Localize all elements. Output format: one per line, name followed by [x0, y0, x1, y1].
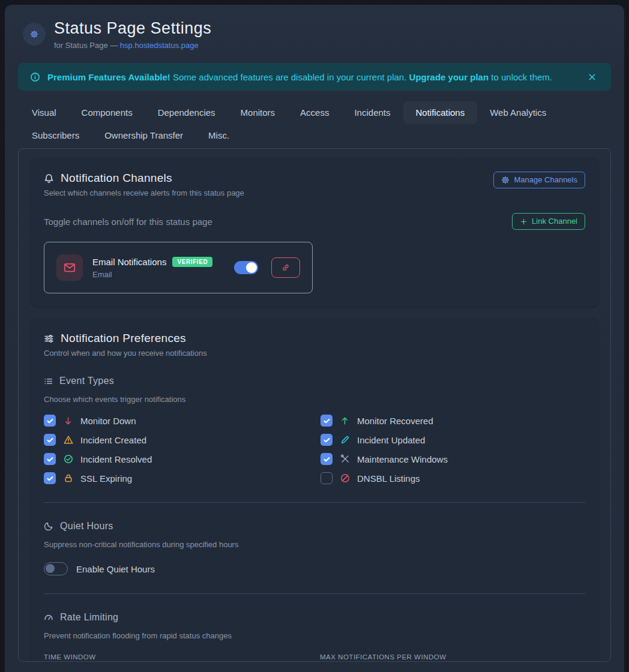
link-icon: [281, 263, 290, 272]
envelope-icon: [64, 262, 76, 274]
checkbox-dnsbl-listings[interactable]: [321, 472, 333, 484]
event-item: SSL Expiring: [44, 472, 308, 484]
event-types-grid: Monitor DownIncident CreatedIncident Res…: [44, 415, 585, 484]
settings-tabs: VisualComponentsDependenciesMonitorsAcce…: [18, 101, 611, 147]
gear-icon: [501, 176, 510, 184]
quiet-hours-toggle-label: Enable Quiet Hours: [76, 564, 155, 574]
tab-visual[interactable]: Visual: [19, 101, 69, 124]
event-label: Maintenance Windows: [357, 454, 448, 464]
prohibited-icon: [340, 473, 350, 483]
preferences-title: Notification Preferences: [61, 332, 186, 345]
channels-heading-block: Notification Channels Select which chann…: [44, 172, 244, 197]
quiet-hours-heading: Quiet Hours: [44, 521, 585, 532]
bell-icon: [44, 173, 54, 184]
status-page-domain-link[interactable]: hsp.hostedstatus.page: [120, 41, 199, 50]
event-item: Monitor Recovered: [321, 415, 585, 427]
tab-dependencies[interactable]: Dependencies: [145, 101, 228, 124]
event-item: Monitor Down: [44, 415, 308, 427]
page-subtitle-prefix: for Status Page —: [54, 41, 120, 50]
link-channel-label: Link Channel: [532, 217, 577, 226]
checkbox-ssl-expiring[interactable]: [44, 472, 56, 484]
channels-title: Notification Channels: [61, 172, 172, 185]
event-label: Monitor Recovered: [357, 416, 433, 426]
quiet-hours-toggle[interactable]: [44, 562, 68, 575]
warning-icon: [63, 435, 73, 445]
premium-banner-suffix: to unlock them.: [491, 72, 552, 82]
channel-type: Email: [92, 270, 224, 279]
status-page-settings-panel: Status Page Settings for Status Page — h…: [5, 5, 624, 672]
email-channel-card: Email Notifications VERIFIED Email: [44, 242, 313, 293]
email-channel-tile: [56, 254, 83, 281]
tab-subscribers[interactable]: Subscribers: [19, 124, 92, 147]
gear-icon: [30, 30, 38, 38]
link-channel-button[interactable]: Link Channel: [512, 213, 585, 230]
checkbox-incident-created[interactable]: [44, 434, 56, 446]
quiet-hours-title: Quiet Hours: [60, 521, 113, 532]
manage-channels-label: Manage Channels: [514, 176, 577, 184]
email-channel-info: Email Notifications VERIFIED Email: [92, 257, 224, 279]
divider: [44, 593, 585, 594]
tab-notifications[interactable]: Notifications: [403, 101, 478, 124]
event-label: Monitor Down: [80, 416, 136, 426]
manage-channels-button[interactable]: Manage Channels: [493, 172, 585, 188]
tab-monitors[interactable]: Monitors: [228, 101, 288, 124]
quiet-hours-subtitle: Suppress non-critical notifications duri…: [44, 540, 585, 549]
event-label: SSL Expiring: [80, 473, 132, 484]
moon-icon: [44, 521, 53, 531]
arrow-up-icon: [340, 416, 350, 425]
close-x-glyph: [588, 73, 597, 82]
event-label: DNSBL Listings: [357, 473, 420, 484]
event-types-title: Event Types: [59, 376, 114, 386]
notifications-tab-content: Notification Channels Select which chann…: [18, 148, 611, 662]
divider: [44, 502, 585, 503]
event-item: DNSBL Listings: [321, 472, 585, 484]
channels-toggle-hint: Toggle channels on/off for this status p…: [44, 217, 212, 227]
lock-icon: [63, 473, 73, 483]
premium-banner: Premium Features Available! Some advance…: [18, 63, 611, 91]
premium-banner-body: Some advanced features are disabled in y…: [173, 72, 406, 82]
event-label: Incident Resolved: [80, 454, 152, 464]
plus-icon: [520, 218, 528, 226]
checkbox-maintenance-windows[interactable]: [321, 453, 333, 465]
rate-limiting-heading: Rate Limiting: [44, 612, 585, 623]
premium-banner-title: Premium Features Available!: [47, 72, 170, 82]
checkbox-monitor-recovered[interactable]: [321, 415, 333, 427]
event-label: Incident Updated: [357, 435, 425, 445]
premium-banner-text: Premium Features Available! Some advance…: [47, 72, 552, 82]
page-header-text: Status Page Settings for Status Page — h…: [54, 19, 211, 50]
checkbox-incident-updated[interactable]: [321, 434, 333, 446]
tab-incidents[interactable]: Incidents: [342, 101, 403, 124]
toggle-knob: [246, 262, 257, 273]
page-subtitle: for Status Page — hsp.hostedstatus.page: [54, 41, 211, 50]
channels-subtitle: Select which channels receive alerts fro…: [44, 188, 244, 197]
channel-name: Email Notifications: [92, 257, 166, 267]
upgrade-plan-link[interactable]: Upgrade your plan: [409, 72, 489, 82]
page-title: Status Page Settings: [54, 19, 211, 38]
event-item: Maintenance Windows: [321, 453, 585, 465]
tab-misc[interactable]: Misc.: [196, 124, 242, 147]
preferences-subtitle: Control when and how you receive notific…: [44, 349, 585, 358]
tab-components[interactable]: Components: [69, 101, 145, 124]
notification-channels-card: Notification Channels Select which chann…: [31, 158, 598, 307]
toggle-knob: [46, 564, 55, 573]
check-circle-icon: [63, 454, 73, 464]
time-window-field: TIME WINDOW 15 minutes: [44, 653, 309, 662]
notification-preferences-card: Notification Preferences Control when an…: [31, 319, 598, 662]
gauge-icon: [44, 613, 53, 622]
email-channel-toggle[interactable]: [234, 261, 258, 274]
tab-web-analytics[interactable]: Web Analytics: [477, 101, 559, 124]
unlink-channel-button[interactable]: [271, 257, 300, 278]
settings-badge: [23, 23, 46, 46]
tools-icon: [340, 454, 350, 464]
time-window-label: TIME WINDOW: [44, 653, 309, 661]
max-notifications-label: MAX NOTIFICATIONS PER WINDOW: [320, 653, 585, 661]
close-icon[interactable]: [585, 70, 599, 84]
event-types-subtitle: Choose which events trigger notification…: [44, 395, 585, 404]
checkbox-monitor-down[interactable]: [44, 415, 56, 427]
pencil-icon: [340, 435, 350, 445]
arrow-down-icon: [63, 416, 73, 425]
info-icon: [30, 72, 40, 82]
tab-access[interactable]: Access: [287, 101, 342, 124]
tab-ownership-transfer[interactable]: Ownership Transfer: [92, 124, 196, 147]
checkbox-incident-resolved[interactable]: [44, 453, 56, 465]
